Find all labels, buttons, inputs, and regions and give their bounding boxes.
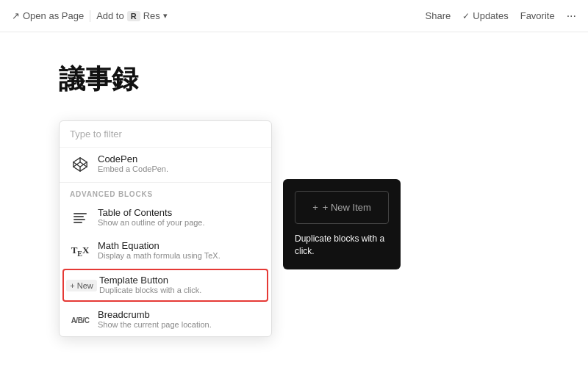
preview-desc: Duplicate blocks with a click. xyxy=(295,233,389,258)
codepen-text: CodePen Embed a CodePen. xyxy=(98,153,168,173)
topbar-left: ↗ Open as Page Add to R Res ▾ xyxy=(12,10,168,22)
math-title: Math Equation xyxy=(98,240,220,251)
math-text: Math Equation Display a math formula usi… xyxy=(98,240,220,260)
template-icon-container: + New xyxy=(71,275,92,296)
page-content: 議事録 Type to filter CodePen Embed a CodeP… xyxy=(0,32,588,127)
plus-icon: + xyxy=(312,202,318,213)
check-icon: ✓ xyxy=(462,11,470,21)
filter-input[interactable]: Type to filter xyxy=(60,121,271,148)
open-as-page-label: Open as Page xyxy=(23,10,84,21)
open-as-page-link[interactable]: ↗ Open as Page xyxy=(12,10,84,21)
toc-line-3 xyxy=(74,219,85,220)
preview-card: + + New Item Duplicate blocks with a cli… xyxy=(283,179,401,269)
toc-menu-item[interactable]: Table of Contents Show an outline of you… xyxy=(60,201,271,234)
template-title: Template Button xyxy=(99,275,201,286)
breadcrumb-menu-item[interactable]: A/B/C Breadcrumb Show the current page l… xyxy=(60,303,271,336)
toc-icon-container xyxy=(70,208,90,228)
codepen-menu-item[interactable]: CodePen Embed a CodePen. xyxy=(60,148,271,181)
advanced-blocks-header: ADVANCED BLOCKS xyxy=(60,184,271,201)
open-page-icon: ↗ xyxy=(12,10,20,21)
breadcrumb-desc: Show the current page location. xyxy=(98,320,212,329)
abc-icon: A/B/C xyxy=(71,316,90,325)
math-icon-container: TEX xyxy=(70,241,90,261)
breadcrumb-title: Breadcrumb xyxy=(98,309,212,320)
block-picker-dropdown: Type to filter CodePen Embed a CodePen. … xyxy=(59,120,272,337)
toc-desc: Show an outline of your page. xyxy=(98,218,205,227)
share-button[interactable]: Share xyxy=(426,10,451,21)
topbar-right: Share ✓ Updates Favorite ··· xyxy=(426,10,576,23)
toc-line-4 xyxy=(74,222,82,223)
topbar-divider xyxy=(90,10,90,22)
page-title: 議事録 xyxy=(59,62,529,98)
math-desc: Display a math formula using TeX. xyxy=(98,251,220,260)
divider-1 xyxy=(60,182,271,183)
template-desc: Duplicate blocks with a click. xyxy=(99,286,201,294)
math-menu-item[interactable]: TEX Math Equation Display a math formula… xyxy=(60,234,271,267)
codepen-icon-container xyxy=(70,154,90,175)
codepen-desc: Embed a CodePen. xyxy=(98,164,168,173)
favorite-button[interactable]: Favorite xyxy=(520,10,555,21)
codepen-title: CodePen xyxy=(98,153,168,164)
add-to-res[interactable]: Add to R Res ▾ xyxy=(96,10,168,21)
new-item-label: + New Item xyxy=(323,202,371,213)
res-name-label: Res xyxy=(143,10,160,21)
more-options-button[interactable]: ··· xyxy=(567,10,576,23)
toc-title: Table of Contents xyxy=(98,207,205,218)
codepen-icon xyxy=(72,156,88,173)
breadcrumb-icon-container: A/B/C xyxy=(70,310,90,330)
toc-line-1 xyxy=(74,213,87,214)
chevron-down-icon: ▾ xyxy=(163,11,168,21)
template-new-icon: + New xyxy=(66,280,97,291)
res-badge: R xyxy=(127,11,140,21)
breadcrumb-text: Breadcrumb Show the current page locatio… xyxy=(98,309,212,329)
template-menu-item[interactable]: + New Template Button Duplicate blocks w… xyxy=(62,269,268,302)
updates-label: Updates xyxy=(473,10,508,21)
template-text: Template Button Duplicate blocks with a … xyxy=(99,275,201,294)
topbar: ↗ Open as Page Add to R Res ▾ Share ✓ Up… xyxy=(0,0,588,32)
tex-icon: TEX xyxy=(71,245,90,258)
updates-button[interactable]: ✓ Updates xyxy=(462,10,508,21)
toc-icon xyxy=(74,213,87,223)
toc-text: Table of Contents Show an outline of you… xyxy=(98,207,205,227)
preview-new-item: + + New Item xyxy=(295,191,389,224)
add-to-label: Add to xyxy=(96,10,124,21)
toc-line-2 xyxy=(74,216,84,217)
